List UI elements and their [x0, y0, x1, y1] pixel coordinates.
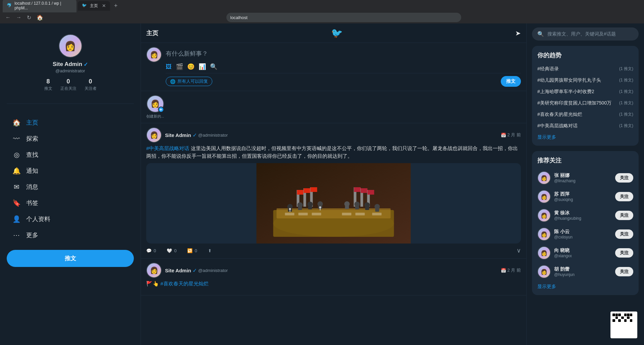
envelope-icon: ✉ — [12, 183, 21, 191]
nav-home[interactable]: 🏠 主页 — [7, 115, 134, 131]
nav-profile[interactable]: 👤 个人资料 — [7, 211, 134, 227]
follow-3-handle: @huangxubing — [554, 216, 612, 221]
compose-toolbar: 🖼 🎬 😊 📊 🔍 — [166, 63, 521, 70]
follow-item-2: 👩 苏 西萍 @suxiqing 关注 — [537, 187, 633, 206]
calendar-2-icon: 📅 — [501, 268, 506, 273]
stat-posts[interactable]: 8 推文 — [44, 78, 52, 91]
nav-explore[interactable]: 〰 探索 — [7, 131, 134, 147]
main-content: 主页 🐦 ➤ 👩 有什么新鲜事？ 🖼 🎬 😊 📊 🔍 🌐 所有 — [141, 23, 527, 345]
tweet-1-time: 📅 2 月 前 — [501, 132, 521, 138]
nav-notifications[interactable]: 🔔 通知 — [7, 163, 134, 179]
search-bar-icon: 🔍 — [537, 31, 544, 37]
tab-2[interactable]: 🐦 主页 ✕ — [78, 1, 110, 11]
tweet-1-expand-btn[interactable]: ∨ — [517, 247, 521, 254]
svg-rect-16 — [368, 190, 374, 195]
stat-following[interactable]: 0 正在关注 — [60, 78, 76, 91]
search-compose-icon[interactable]: 🔍 — [210, 63, 217, 70]
search-bar[interactable]: 🔍 搜索推文、用户、关键词及#话题 — [532, 27, 639, 41]
follow-title: 推荐关注 — [537, 156, 633, 164]
home-button[interactable]: 🏠 — [35, 14, 45, 21]
profile-section: 👩 Site Admin ✓ @administrator 8 推文 0 正在关… — [7, 29, 134, 98]
tweet-2-verified-icon: ✓ — [193, 267, 197, 274]
browser-chrome: 🐬 localhost / 127.0.0.1 / wp | phpM... 🐦… — [0, 0, 644, 23]
follow-4-info: 陈 小云 @cxiisyun — [554, 229, 612, 239]
trend-item-5[interactable]: #喜欢春天的星光灿烂 (1 推文) — [537, 109, 633, 120]
search-icon: ◎ — [12, 151, 21, 159]
tweet-card-1[interactable]: 👩 Site Admin ✓ @administrator 📅 2 月 前 #中… — [141, 123, 526, 259]
trends-show-more[interactable]: 显示更多 — [537, 134, 633, 140]
follow-item-4: 👩 陈 小云 @cxiisyun 关注 — [537, 225, 633, 244]
stat-followers[interactable]: 0 关注者 — [85, 78, 97, 91]
video-upload-icon[interactable]: 🎬 — [176, 63, 183, 70]
follow-4-button[interactable]: 关注 — [615, 229, 633, 239]
tweet-compose-area: 👩 有什么新鲜事？ 🖼 🎬 😊 📊 🔍 🌐 所有人可以回复 推文 — [141, 43, 526, 91]
back-button[interactable]: ← — [4, 14, 12, 21]
tweet-button[interactable]: 推文 — [7, 250, 134, 267]
tweet-1-comment-btn[interactable]: 💬 0 — [146, 248, 156, 253]
follow-box: 推荐关注 👩 张 丽娜 @linazhang 关注 👩 苏 西萍 @suxiqi… — [532, 151, 639, 295]
trend-item-6[interactable]: #中美高层战略对话 (1 推文) — [537, 120, 633, 132]
new-tab-button[interactable]: + — [111, 1, 120, 11]
reply-setting-button[interactable]: 🌐 所有人可以回复 — [166, 77, 212, 86]
tweet-1-verified-icon: ✓ — [193, 132, 197, 138]
trend-item-1[interactable]: #经典语录 (1 推文) — [537, 63, 633, 75]
comment-icon: 💬 — [146, 248, 152, 253]
follow-3-button[interactable]: 关注 — [615, 211, 633, 220]
nav-messages[interactable]: ✉ 消息 — [7, 179, 134, 195]
explore-icon: 〰 — [12, 135, 21, 143]
story-item-create[interactable]: 👩 + 创建新的... — [146, 95, 164, 119]
follow-1-handle: @linazhang — [554, 179, 612, 183]
svg-rect-38 — [372, 213, 382, 215]
tweet-1-retweet-btn[interactable]: 🔁 0 — [187, 248, 197, 253]
compose-placeholder[interactable]: 有什么新鲜事？ — [166, 47, 521, 60]
follow-show-more[interactable]: 显示更多 — [537, 284, 633, 290]
nav-search[interactable]: ◎ 查找 — [7, 147, 134, 163]
tab2-close[interactable]: ✕ — [102, 3, 106, 8]
submit-tweet-button[interactable]: 推文 — [501, 76, 521, 87]
story-plus-icon: + — [158, 107, 164, 113]
forward-button[interactable]: → — [15, 14, 23, 21]
follow-5-button[interactable]: 关注 — [615, 248, 633, 258]
home-icon: 🏠 — [12, 119, 21, 127]
follow-2-button[interactable]: 关注 — [615, 192, 633, 201]
share-icon[interactable]: ➤ — [515, 29, 521, 37]
trend-item-4[interactable]: #美研究称印度贫困人口增加7500万 (1 推文) — [537, 97, 633, 109]
reload-button[interactable]: ↻ — [25, 14, 33, 21]
follow-1-button[interactable]: 关注 — [615, 173, 633, 183]
tweet-1-hashtag[interactable]: #中美高层战略对话 — [146, 145, 189, 151]
emoji-icon[interactable]: 😊 — [187, 63, 195, 70]
follow-3-name: 黄 徐冰 — [554, 210, 612, 216]
profile-stats: 8 推文 0 正在关注 0 关注者 — [44, 78, 97, 91]
address-bar[interactable]: localhost — [226, 13, 461, 22]
trend-item-3[interactable]: #上海哈啰单车半小时收费2 (1 推文) — [537, 86, 633, 97]
avatar[interactable]: 👩 — [59, 34, 82, 58]
app-container: 👩 Site Admin ✓ @administrator 8 推文 0 正在关… — [0, 23, 644, 345]
tweet-1-avatar[interactable]: 👩 — [146, 127, 162, 143]
svg-rect-26 — [345, 206, 349, 209]
tweet-2-avatar[interactable]: 👩 — [146, 263, 162, 278]
nav-more[interactable]: ⋯ 更多 — [7, 227, 134, 243]
trend-item-2[interactable]: #幼儿园男孩帮女同学扎丸子头 (1 推文) — [537, 75, 633, 86]
tweet-1-like-btn[interactable]: 🤍 0 — [167, 248, 176, 253]
page-title: 主页 — [146, 29, 158, 37]
tweet-2-time: 📅 2 月 前 — [501, 267, 521, 273]
svg-rect-10 — [311, 187, 317, 192]
main-header: 主页 🐦 ➤ — [141, 23, 526, 43]
svg-rect-32 — [375, 208, 379, 212]
follow-5-info: 向 晓晓 @xiangxx — [554, 248, 612, 258]
nav-bookmarks[interactable]: 🔖 书签 — [7, 195, 134, 211]
follow-4-avatar: 👩 — [537, 227, 551, 241]
twitter-logo-icon: 🐦 — [331, 27, 343, 39]
poll-icon[interactable]: 📊 — [199, 63, 206, 70]
follow-3-avatar: 👩 — [537, 209, 551, 222]
story-label: 创建新的... — [146, 114, 164, 119]
tweet-card-2[interactable]: 👩 Site Admin ✓ @administrator 📅 2 月 前 🚩👆… — [141, 259, 526, 295]
image-upload-icon[interactable]: 🖼 — [166, 63, 172, 70]
follow-1-name: 张 丽娜 — [554, 172, 612, 179]
follow-6-button[interactable]: 关注 — [615, 267, 633, 276]
tweet-1-share-btn[interactable]: ⬆ — [208, 248, 212, 253]
tweet-1-actions: 💬 0 🤍 0 🔁 0 ⬆ ∨ — [146, 247, 521, 254]
tab-1[interactable]: 🐬 localhost / 127.0.0.1 / wp | phpM... — [3, 0, 76, 12]
tweet-2-hashtag[interactable]: #喜欢春天的星光灿烂 — [160, 281, 208, 286]
follow-5-handle: @xiangxx — [554, 254, 612, 258]
